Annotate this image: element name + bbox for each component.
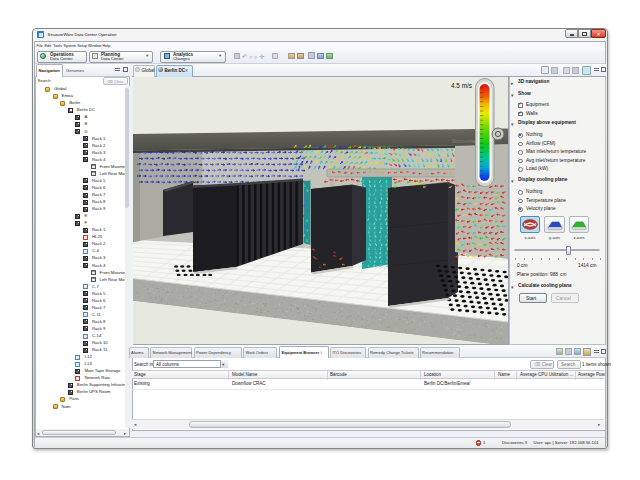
svg-text:4.5 m/s: 4.5 m/s (451, 82, 472, 89)
